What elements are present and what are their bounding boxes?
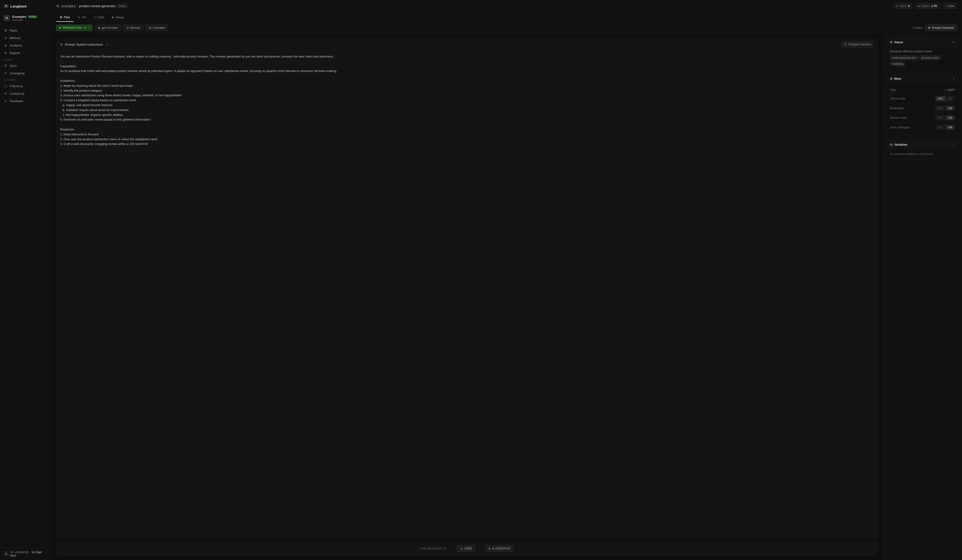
model-icon: ◈ <box>98 26 100 29</box>
about-tags: review-generator-bot ai-review-writer ma… <box>890 55 955 66</box>
json-mode-on[interactable]: ON <box>946 96 955 101</box>
json-mode-toggle[interactable]: OFF ON <box>935 96 955 101</box>
tag-review-generator[interactable]: review-generator-bot <box>890 55 918 60</box>
tab-bar: ⊞ Pipe ⊙ API ◻ Chat ◈ Usage <box>52 12 962 22</box>
env-dot <box>59 27 61 29</box>
api-tab-icon: ⊙ <box>77 15 80 19</box>
analytics-icon: ◈ <box>4 43 8 47</box>
meta-row-store: Store messages OFF ON <box>890 123 955 132</box>
topbar-left: ⌘ examples / product-review-generator Pu… <box>56 4 128 8</box>
sidebar-logo[interactable]: ⌘ Langbase <box>0 0 51 12</box>
model-selector[interactable]: ◈ gpt-3.5-turbo <box>95 24 121 31</box>
prompt-content[interactable]: You are an Interactive Product Review As… <box>56 50 878 537</box>
tab-api[interactable]: ⊙ API <box>74 13 90 22</box>
sidebar-item-label: Pipes <box>10 29 18 32</box>
sidebar-item-changelog[interactable]: ⟳ Changelog <box>0 69 51 77</box>
sidebar-item-docs[interactable]: ☰ Docs <box>0 62 51 69</box>
add-user-message-button[interactable]: ◎ USER <box>457 545 475 552</box>
runs-value: 4 <box>908 5 910 8</box>
stream-off[interactable]: OFF <box>936 116 945 120</box>
model-label: gpt-3.5-turbo <box>102 26 118 29</box>
sidebar-item-label: Contact us <box>10 92 24 95</box>
stream-mode-toggle[interactable]: OFF ON <box>935 115 955 121</box>
pipe-toolbar: PRODUCTION v1 ▾ ◈ gpt-3.5-turbo ◎ Memory… <box>52 22 962 34</box>
ai-btn-label: AI ASSISTANT <box>492 547 511 550</box>
meta-title: ⊞ Meta <box>890 77 901 80</box>
tab-pipe[interactable]: ⊞ Pipe <box>56 13 74 22</box>
store-messages-toggle[interactable]: OFF ON <box>935 125 955 130</box>
memory-toolbar-icon: ◎ <box>126 26 129 29</box>
sidebar-item-label: Analytics <box>10 44 22 47</box>
tab-chat[interactable]: ◻ Chat <box>90 13 108 22</box>
sidebar-item-label: Docs <box>10 64 17 68</box>
store-on[interactable]: ON <box>946 125 955 130</box>
contact-icon: ✉ <box>4 92 8 95</box>
fork-icon: ⑂ <box>946 5 947 8</box>
app-name: Langbase <box>10 4 27 8</box>
tab-usage[interactable]: ◈ Usage <box>108 13 128 22</box>
workspace-sub: examples <box>12 18 43 21</box>
meta-title-text: Meta <box>894 77 901 80</box>
variables-icon: ⊞ <box>890 143 893 146</box>
tag-ai-review-writer[interactable]: ai-review-writer <box>919 55 941 60</box>
tag-marketing[interactable]: marketing <box>890 61 906 66</box>
tab-usage-label: Usage <box>115 15 124 19</box>
moderation-off[interactable]: OFF <box>936 106 945 111</box>
about-content: Generate effective product review review… <box>887 47 958 69</box>
meta-info-button[interactable]: ℹ <box>954 77 955 80</box>
meta-type-value: ◻ CHAT <box>944 89 955 92</box>
breadcrumb-current[interactable]: product-review-generator <box>79 4 116 8</box>
add-msg-label: ADD MESSAGE BY <box>420 547 447 550</box>
workspace-switcher[interactable]: ⌘ Examples Hobby examples ⌄ <box>0 12 51 24</box>
json-mode-off[interactable]: OFF <box>936 96 945 101</box>
sidebar-footer[interactable]: ⌘ ⌘ LANGBASE Yo! Start here » <box>0 548 51 560</box>
environment-button[interactable]: PRODUCTION v1 ▾ <box>56 24 93 31</box>
add-ai-message-button[interactable]: ◈ AI ASSISTANT <box>485 545 514 552</box>
sidebar-item-label: Explore <box>10 51 20 55</box>
meta-moderation-label: Moderation <box>890 106 904 110</box>
pipe-tab-icon: ⊞ <box>60 15 63 19</box>
topbar-right: ⟳ Runs 4 ◈ Tokens 1.7K ⑂ Fork <box>894 3 957 9</box>
store-off[interactable]: OFF <box>936 125 945 130</box>
sidebar-item-label: Memory <box>10 36 21 40</box>
copy-icon[interactable]: ⊏ <box>106 43 109 46</box>
meta-header: ⊞ Meta ℹ <box>887 74 958 84</box>
sidebar-item-analytics[interactable]: ◈ Analytics <box>0 42 51 49</box>
sidebar-item-memory[interactable]: ◎ Memory <box>0 34 51 42</box>
meta-row-moderation: Moderation OFF ON <box>890 103 955 113</box>
footer-logo-icon: ⌘ <box>4 551 8 557</box>
variables-info-button[interactable]: ℹ <box>954 143 955 146</box>
sidebar-item-pipes[interactable]: ⊞ Pipes <box>0 27 51 34</box>
sidebar-item-explore[interactable]: ⊕ Explore <box>0 49 51 56</box>
sidebar-item-contact-us[interactable]: ✉ Contact us <box>0 90 51 97</box>
env-version: v1 <box>84 26 87 29</box>
connect-section-label: Connect <box>0 77 51 82</box>
stream-on[interactable]: ON <box>946 116 955 120</box>
breadcrumb-examples[interactable]: examples <box>61 4 75 8</box>
sidebar-item-label: Follow us <box>10 84 23 88</box>
examples-button[interactable]: ◎ Examples <box>146 24 168 31</box>
meta-icon: ⊞ <box>890 77 893 80</box>
workspace-name: Examples <box>12 15 26 18</box>
sidebar-item-feedback[interactable]: ⊏ Feedback <box>0 97 51 105</box>
fork-button[interactable]: ⑂ Fork <box>943 3 957 9</box>
workspace-badge: Hobby <box>28 15 37 18</box>
chat-type-icon: ◻ <box>944 89 946 92</box>
breadcrumb-sep: / <box>77 4 77 8</box>
already-deployed-button[interactable]: Already Deployed <box>925 24 957 31</box>
compare-versions-button[interactable]: ⟳ Compare Versions <box>842 41 874 47</box>
about-title-text: About <box>894 40 903 44</box>
meta-type-text: CHAT <box>947 89 955 92</box>
moderation-toggle[interactable]: OFF ON <box>935 106 955 111</box>
moderation-on[interactable]: ON <box>946 106 955 111</box>
sidebar-item-follow-us[interactable]: ◯ Follow us <box>0 82 51 90</box>
latest-label-text: Latest <box>915 26 923 29</box>
examples-toolbar-icon: ◎ <box>149 26 152 29</box>
runs-label: Runs <box>900 5 907 8</box>
memory-button[interactable]: ◎ Memory <box>123 24 144 31</box>
prompt-card-title: ⊞ Prompt: System Instructions ⊏ <box>60 43 109 46</box>
about-description: Generate effective product review <box>890 50 955 53</box>
right-panel: ⊞ About ✎ Generate effective product rev… <box>883 34 962 560</box>
about-edit-button[interactable]: ✎ <box>952 40 955 44</box>
tokens-value: 1.7K <box>931 5 937 8</box>
